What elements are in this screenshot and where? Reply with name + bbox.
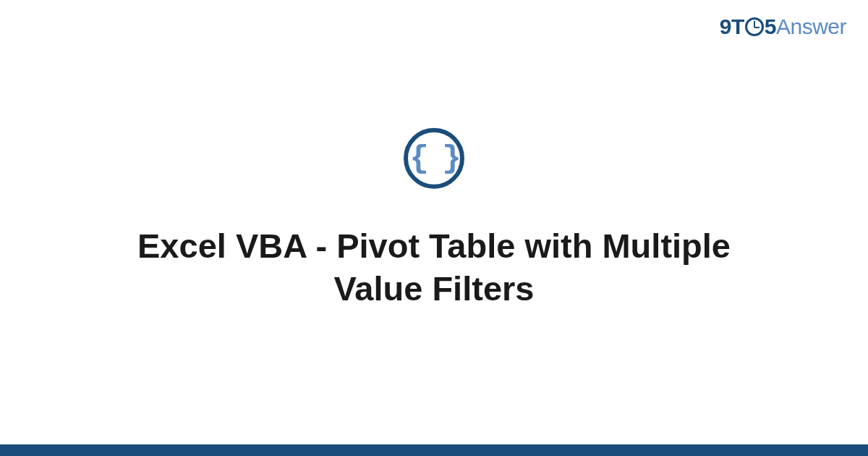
main-content: { } Excel VBA - Pivot Table with Multipl… [0,128,868,310]
clock-icon [745,17,764,36]
brand-text-5: 5 [765,14,776,38]
braces-icon: { } [409,143,458,174]
brand-logo: 9T5Answer [720,14,846,39]
code-icon: { } [404,128,464,189]
brand-text-9t: 9T [720,14,744,38]
brand-text-answer: Answer [776,14,846,38]
footer-bar [0,444,868,456]
page-title: Excel VBA - Pivot Table with Multiple Va… [109,225,760,311]
